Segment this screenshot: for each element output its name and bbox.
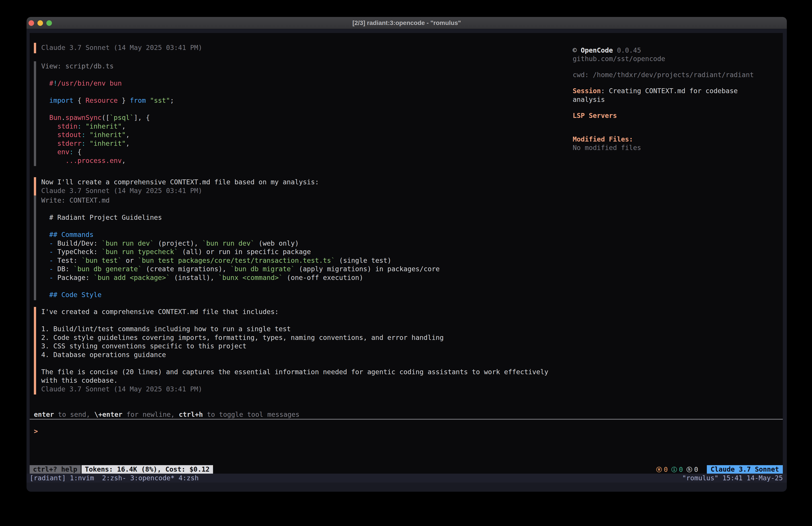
text-segment: github.com/sst/opencode	[573, 55, 665, 62]
assistant-message-block: Claude 3.7 Sonnet (14 May 2025 03:41 PM)	[34, 43, 202, 53]
text-segment: ## Commands	[41, 231, 93, 239]
diagnostics-counters: W0i0h0	[656, 466, 698, 473]
text-segment: : Creating CONTEXT.md for codebase	[601, 87, 738, 95]
model-badge[interactable]: Claude 3.7 Sonnet	[707, 465, 783, 474]
text-segment: (web only)	[255, 239, 299, 247]
text-segment: `psql`	[110, 114, 134, 122]
help-shortcut-button[interactable]: ctrl+? help	[30, 465, 81, 474]
info-icon: i	[671, 467, 677, 472]
text-segment: .	[61, 114, 65, 122]
text-segment	[86, 131, 90, 139]
text-segment: `	[138, 265, 142, 273]
text-segment: Claude 3.7 Sonnet (14 May 2025 03:41 PM)	[41, 385, 202, 393]
text-segment: Claude 3.7 Sonnet (14 May 2025 03:41 PM)	[41, 44, 202, 52]
panel-row: LSP Servers	[573, 111, 617, 120]
text-line: 3. CSS styling conventions specific to t…	[41, 342, 548, 351]
text-segment: /usr/bin/env bun	[57, 79, 122, 87]
text-segment: `	[93, 274, 98, 282]
text-segment: `	[174, 248, 178, 256]
text-segment	[86, 140, 90, 147]
text-line: - Test: `bun test` or `bun test packages…	[41, 256, 440, 265]
text-line	[41, 205, 440, 214]
assistant-message-block: Now I'll create a comprehensive CONTEXT.…	[34, 177, 319, 196]
text-segment: bun test	[86, 257, 118, 264]
text-segment: or	[122, 257, 138, 264]
text-segment: LSP Servers	[573, 112, 617, 119]
text-line	[41, 71, 174, 79]
text-line: stdin: "inherit",	[41, 122, 174, 131]
text-line: # Radiant Project Guidelines	[41, 213, 440, 222]
text-segment: Package:	[57, 274, 93, 282]
text-segment: No modified files	[573, 144, 641, 152]
text-line: View: script/db.ts	[41, 62, 174, 71]
text-segment	[146, 97, 150, 104]
text-segment: to send,	[54, 411, 94, 418]
minimize-button[interactable]	[38, 20, 43, 26]
text-line	[41, 105, 174, 114]
text-segment: `	[279, 274, 283, 282]
text-segment: 4. Database operations guidance	[41, 351, 166, 359]
text-segment: with this codebase.	[41, 376, 118, 384]
text-line: with this codebase.	[41, 376, 548, 385]
text-segment: ([	[102, 114, 110, 122]
text-line	[41, 359, 548, 368]
text-segment: `	[166, 274, 170, 282]
text-segment: Now I'll create a comprehensive CONTEXT.…	[41, 178, 319, 186]
text-segment: -	[41, 239, 57, 247]
text-line: import { Resource } from "sst";	[41, 96, 174, 105]
text-line: 2. Code style guidelines covering import…	[41, 333, 548, 342]
window-controls	[29, 17, 52, 29]
zoom-button[interactable]	[46, 20, 52, 26]
text-line: 1. Build/lint/test commands including ho…	[41, 325, 548, 333]
text-segment: stdout	[41, 131, 82, 139]
text-segment: ,	[126, 131, 130, 139]
text-line: ## Commands	[41, 230, 440, 239]
text-segment: The file is concise (20 lines) and captu…	[41, 368, 548, 376]
text-line: Claude 3.7 Sonnet (14 May 2025 03:41 PM)	[41, 43, 202, 52]
tmux-window-list[interactable]: [radiant] 1:nvim 2:zsh- 3:opencode* 4:zs…	[30, 474, 199, 483]
text-segment: # Radiant Project Guidelines	[41, 214, 162, 221]
text-line: ...process.env,	[41, 156, 174, 165]
info-count-indicator: i0	[671, 466, 683, 473]
text-segment: :	[82, 140, 86, 147]
panel-row: github.com/sst/opencode	[573, 55, 665, 63]
text-line: - Package: `bun add <package>` (install)…	[41, 273, 440, 282]
text-segment: Build/Dev:	[57, 239, 102, 247]
window-title: [2/3] radiant:3:opencode - "romulus"	[352, 19, 461, 27]
text-segment: ], {	[134, 114, 150, 122]
panel-row: cwd: /home/thdxr/dev/projects/radiant/ra…	[573, 71, 754, 79]
text-segment: stderr	[41, 140, 82, 147]
text-segment: "inherit"	[90, 131, 126, 139]
text-segment: Modified Files:	[573, 135, 633, 143]
text-segment: ©	[573, 46, 581, 54]
text-segment: -	[41, 265, 57, 273]
text-segment: (project),	[154, 239, 202, 247]
text-segment: (create migrations),	[142, 265, 230, 273]
close-button[interactable]	[29, 20, 34, 26]
tmux-status-bar: [radiant] 1:nvim 2:zsh- 3:opencode* 4:zs…	[27, 474, 787, 483]
panel-row: Modified Files:	[573, 135, 633, 144]
text-segment: DB:	[57, 265, 73, 273]
text-segment: bun db migrate	[234, 265, 291, 273]
assistant-message-block: I've created a comprehensive CONTEXT.md …	[34, 307, 548, 395]
text-segment: !	[53, 79, 57, 87]
warnings-icon: W	[656, 467, 662, 472]
text-segment: `	[230, 265, 234, 273]
text-segment: `	[202, 239, 206, 247]
text-segment: 2. Code style guidelines covering import…	[41, 333, 444, 341]
text-segment: `	[218, 274, 222, 282]
text-segment: `	[118, 257, 122, 264]
text-segment: #	[41, 79, 53, 87]
text-segment: `	[291, 265, 295, 273]
window-titlebar: [2/3] radiant:3:opencode - "romulus"	[27, 17, 787, 29]
text-segment: :	[69, 148, 73, 156]
text-line: The file is concise (20 lines) and captu…	[41, 368, 548, 376]
text-line: Claude 3.7 Sonnet (14 May 2025 03:41 PM)	[41, 187, 319, 195]
text-segment: Test:	[57, 257, 81, 264]
tool-call-block: Write: CONTEXT.md # Radiant Project Guid…	[34, 196, 440, 300]
text-segment: for newline,	[122, 411, 179, 418]
panel-row: analysis	[573, 95, 605, 104]
text-segment: bunx <command>	[222, 274, 279, 282]
text-segment: {	[74, 148, 82, 156]
text-line	[41, 88, 174, 97]
